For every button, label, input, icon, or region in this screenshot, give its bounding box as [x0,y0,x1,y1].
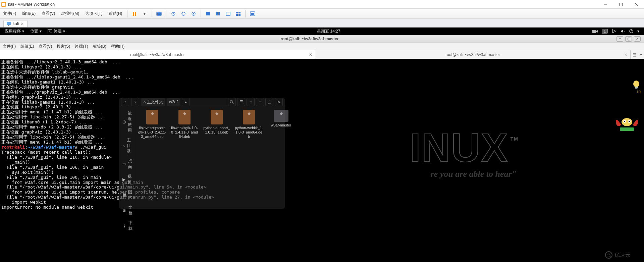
terminal-tab-new-icon[interactable]: ▤ [633,52,636,57]
svg-rect-32 [635,87,638,89]
vm-menu-view[interactable]: 查看(V) [39,9,58,18]
wallpaper-text: INUXTM re you are able to hear" [410,129,517,179]
terminal-output[interactable]: 正准备解包 .../libgvpr2_2.40.1-3_amd64.deb ..… [0,59,644,211]
prompt-path: ~/w3af/w3af-master [28,145,75,150]
svg-rect-18 [236,12,238,13]
term-menu-help[interactable]: 帮助(H) [111,44,125,49]
vm-menu-help[interactable]: 帮助(H) [106,9,125,18]
svg-text:>_: >_ [49,30,52,33]
vm-menu-file[interactable]: 文件(F) [0,9,19,18]
power-dropdown-icon[interactable]: ▾ [141,10,148,17]
terminal-menubar: 文件(F) 编辑(E) 查看(V) 搜索(S) 终端(T) 标签(B) 帮助(H… [0,43,644,50]
svg-rect-25 [8,25,9,26]
prompt-user: root@kali [1,145,25,150]
workspace-badge[interactable]: 1 [602,29,608,34]
svg-rect-28 [592,30,596,33]
pause-icon[interactable] [131,10,138,17]
files-side-downloads[interactable]: ⭳下载 [119,218,136,233]
snapshot-manage-icon[interactable] [190,10,197,17]
host-window-titlebar: kali - VMware Workstation [0,0,644,9]
term-menu-file[interactable]: 文件(F) [3,44,16,49]
terminal-lines-a: 正准备解包 .../libgvpr2_2.40.1-3_amd64.deb ..… [1,59,133,145]
terminal-tab-1-close-icon[interactable]: ✕ [309,52,312,57]
panel-dropdown-icon[interactable]: ▾ [637,29,639,34]
vmware-icon [0,2,7,7]
vm-menu-tabs[interactable]: 选项卡(T) [82,9,105,18]
terminal-max-button[interactable]: ▢ [625,36,632,42]
terminal-min-button[interactable]: ━ [616,36,623,42]
svg-rect-9 [157,13,161,15]
snapshot-revert-icon[interactable] [180,10,187,17]
svg-rect-3 [620,3,623,6]
kali-terminal-launcher[interactable]: >_ 终端▾ [48,29,65,34]
watermark-logo-icon: 亿 [605,251,612,259]
svg-point-33 [622,118,632,126]
svg-rect-1 [2,3,5,6]
svg-rect-14 [206,12,210,15]
send-ctrl-alt-del-icon[interactable] [156,10,162,17]
vm-menu-edit[interactable]: 编辑(E) [19,9,39,18]
download-icon: ⭳ [122,223,126,228]
camera-icon[interactable] [592,29,598,33]
term-menu-view[interactable]: 查看(V) [39,44,52,49]
vm-tab-close-icon[interactable]: ✕ [20,21,24,26]
term-menu-terminal[interactable]: 终端(T) [75,44,88,49]
svg-point-37 [629,121,630,122]
vm-tab-label: kali [13,21,19,26]
vmware-toolbar: 文件(F) 编辑(E) 查看(V) 虚拟机(M) 选项卡(T) 帮助(H) ▾ [0,9,644,19]
svg-rect-23 [251,13,254,15]
view-unity-icon[interactable] [235,10,241,17]
view-single-icon[interactable] [205,10,211,17]
terminal-tab-2[interactable]: root@kali: ~/w3af/w3af-master ✕ [315,50,631,59]
vm-tab-monitor-icon [6,22,11,26]
fullscreen-icon[interactable] [249,10,256,17]
minimize-button[interactable] [598,0,613,9]
svg-rect-38 [620,127,634,131]
terminal-lines-b: Traceback (most recent call last): File … [1,150,214,210]
svg-rect-7 [135,12,136,16]
vm-tab-kali[interactable]: kali ✕ [3,20,28,27]
view-stretch-icon[interactable] [225,10,231,17]
svg-rect-21 [238,14,240,16]
desktop-widget-bulb: 10 [632,80,641,94]
terminal-tab-1-label: root@kali: ~/w3af/w3af-master [130,52,185,57]
maximize-button[interactable] [613,0,629,9]
svg-rect-15 [216,12,218,15]
terminal-close-button[interactable]: ✕ [634,36,641,42]
term-menu-search[interactable]: 搜索(S) [57,44,70,49]
vm-menu-vm[interactable]: 虚拟机(M) [58,9,82,18]
svg-rect-6 [133,12,134,16]
terminal-window-titlebar: root@kali: ~/w3af/w3af-master ━ ▢ ✕ [0,35,644,43]
host-window-title: kali - VMware Workstation [7,2,598,7]
terminal-tab-2-close-icon[interactable]: ✕ [624,52,628,57]
view-thumb-icon[interactable] [215,10,221,17]
svg-point-36 [624,121,625,122]
kali-apps-menu[interactable]: 应用程序▾ [5,29,24,34]
power-icon[interactable] [629,29,633,33]
desktop-widget-dragon [613,116,641,132]
term-menu-tabs[interactable]: 标签(B) [93,44,106,49]
svg-rect-24 [7,22,11,25]
terminal-tabstrip: root@kali: ~/w3af/w3af-master ✕ root@kal… [0,50,644,59]
kali-places-menu[interactable]: 位置▾ [30,29,42,34]
guest-desktop: INUXTM re you are able to hear" 10 正准备解包… [0,59,644,262]
svg-point-11 [182,12,185,15]
close-button[interactable] [629,0,644,9]
snapshot-take-icon[interactable] [170,10,177,17]
watermark: 亿 亿速云 [605,251,631,259]
volume-icon[interactable] [621,29,625,33]
svg-point-31 [633,81,639,87]
kali-top-panel: 应用程序▾ 位置▾ >_ 终端▾ 星期五 14:27 1 ▾ [0,28,644,35]
prompt-cmd: ./w3af_gui [77,145,106,150]
terminal-icon: >_ [48,29,52,33]
terminal-tab-1[interactable]: root@kali: ~/w3af/w3af-master ✕ [0,50,315,59]
terminal-tab-extra: ▤▾ [631,50,644,59]
svg-rect-19 [238,12,240,13]
record-icon[interactable] [612,29,616,34]
svg-point-13 [193,13,194,14]
terminal-tab-2-label: root@kali: ~/w3af/w3af-master [445,52,500,57]
kali-clock[interactable]: 星期五 14:27 [65,29,592,34]
term-menu-edit[interactable]: 编辑(E) [20,44,34,49]
vm-tabstrip: kali ✕ [0,19,644,28]
svg-rect-16 [218,12,220,15]
